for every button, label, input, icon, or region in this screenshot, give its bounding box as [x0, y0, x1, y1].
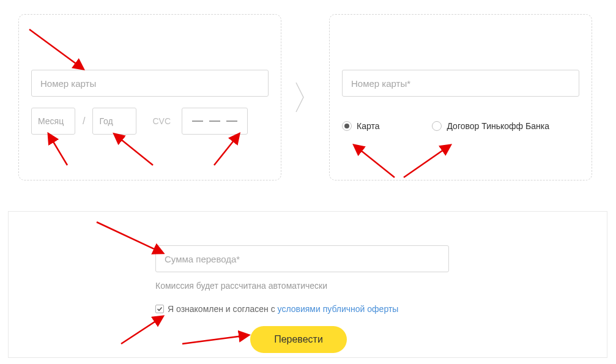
consent-link[interactable]: условиями публичной оферты	[278, 304, 399, 314]
consent-text: Я ознакомлен и согласен с	[168, 304, 278, 314]
from-card-panel: / CVC	[18, 14, 281, 180]
commission-note: Комиссия будет рассчитана автоматически	[155, 281, 449, 291]
destination-type-radio-group: Карта Договор Тинькофф Банка	[342, 121, 579, 131]
to-card-number-input[interactable]	[342, 70, 579, 97]
consent-checkbox[interactable]	[155, 305, 164, 313]
from-card-expiry-row: / CVC	[31, 108, 269, 135]
radio-contract-label: Договор Тинькофф Банка	[447, 121, 549, 131]
submit-button[interactable]: Перевести	[250, 326, 347, 353]
transfer-direction-icon	[284, 79, 315, 116]
cvc-input[interactable]	[182, 108, 248, 135]
radio-contract[interactable]: Договор Тинькофф Банка	[432, 121, 549, 131]
radio-card[interactable]: Карта	[342, 121, 379, 131]
to-card-panel: Карта Договор Тинькофф Банка	[329, 14, 592, 180]
radio-card-label: Карта	[357, 121, 379, 131]
expiry-year-input[interactable]	[92, 108, 136, 135]
transfer-panel: Комиссия будет рассчитана автоматически …	[8, 211, 607, 358]
from-card-number-input[interactable]	[31, 70, 269, 97]
expiry-separator: /	[81, 116, 86, 127]
expiry-month-input[interactable]	[31, 108, 75, 135]
radio-icon	[432, 121, 442, 131]
consent-row: Я ознакомлен и согласен с условиями публ…	[155, 304, 449, 314]
cvc-label: CVC	[152, 116, 171, 126]
amount-input[interactable]	[155, 245, 449, 272]
cards-row: / CVC Карта Договор Тинькофф Бан	[18, 14, 592, 180]
radio-icon	[342, 121, 352, 131]
